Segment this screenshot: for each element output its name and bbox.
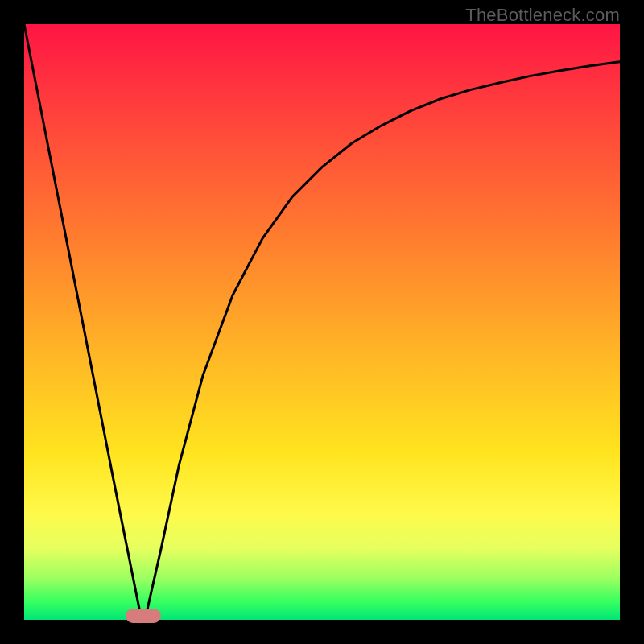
watermark-text: TheBottleneck.com [465,5,620,26]
bottleneck-curve [24,24,620,620]
chart-frame: TheBottleneck.com [0,0,644,644]
chart-plot-area [24,24,620,620]
optimal-point-marker [126,609,161,623]
